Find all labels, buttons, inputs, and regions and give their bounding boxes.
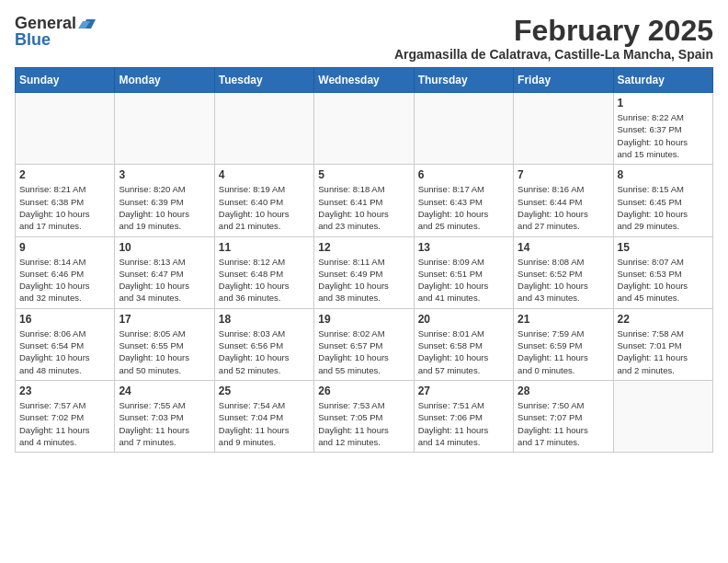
day-info: Sunrise: 7:59 AM Sunset: 6:59 PM Dayligh… <box>518 327 609 376</box>
day-number: 11 <box>219 241 310 254</box>
day-number: 17 <box>119 313 210 326</box>
calendar-day-cell: 17Sunrise: 8:05 AM Sunset: 6:55 PM Dayli… <box>115 308 214 380</box>
calendar-table: SundayMondayTuesdayWednesdayThursdayFrid… <box>15 67 713 453</box>
calendar-day-cell: 10Sunrise: 8:13 AM Sunset: 6:47 PM Dayli… <box>115 236 214 308</box>
calendar-day-cell: 9Sunrise: 8:14 AM Sunset: 6:46 PM Daylig… <box>16 236 115 308</box>
day-number: 23 <box>19 385 110 397</box>
calendar-day-cell: 3Sunrise: 8:20 AM Sunset: 6:39 PM Daylig… <box>115 165 214 236</box>
weekday-header: Saturday <box>613 68 712 93</box>
day-info: Sunrise: 7:53 AM Sunset: 7:05 PM Dayligh… <box>318 399 409 448</box>
day-number: 8 <box>618 168 709 181</box>
calendar-day-cell: 6Sunrise: 8:17 AM Sunset: 6:43 PM Daylig… <box>414 165 513 236</box>
day-info: Sunrise: 8:05 AM Sunset: 6:55 PM Dayligh… <box>119 327 210 376</box>
day-info: Sunrise: 8:11 AM Sunset: 6:49 PM Dayligh… <box>318 256 409 304</box>
calendar-day-cell: 8Sunrise: 8:15 AM Sunset: 6:45 PM Daylig… <box>613 165 712 236</box>
calendar-day-cell: 5Sunrise: 8:18 AM Sunset: 6:41 PM Daylig… <box>314 165 414 236</box>
calendar-week-row: 2Sunrise: 8:21 AM Sunset: 6:38 PM Daylig… <box>16 165 713 236</box>
calendar-day-cell: 22Sunrise: 7:58 AM Sunset: 7:01 PM Dayli… <box>613 308 712 380</box>
day-number: 28 <box>518 385 609 397</box>
day-number: 15 <box>618 241 709 254</box>
calendar-day-cell: 20Sunrise: 8:01 AM Sunset: 6:58 PM Dayli… <box>414 308 513 380</box>
calendar-day-cell: 21Sunrise: 7:59 AM Sunset: 6:59 PM Dayli… <box>514 308 613 380</box>
logo-general-text: General <box>15 15 76 31</box>
calendar-week-row: 1Sunrise: 8:22 AM Sunset: 6:37 PM Daylig… <box>16 93 713 165</box>
day-number: 5 <box>318 168 409 181</box>
day-number: 9 <box>19 241 110 254</box>
day-info: Sunrise: 8:22 AM Sunset: 6:37 PM Dayligh… <box>618 111 709 160</box>
calendar-day-cell: 15Sunrise: 8:07 AM Sunset: 6:53 PM Dayli… <box>613 236 712 308</box>
logo: General Blue <box>15 15 97 48</box>
day-info: Sunrise: 8:14 AM Sunset: 6:46 PM Dayligh… <box>19 256 110 304</box>
day-info: Sunrise: 7:57 AM Sunset: 7:02 PM Dayligh… <box>19 399 110 448</box>
calendar-header-row: SundayMondayTuesdayWednesdayThursdayFrid… <box>16 68 713 93</box>
day-number: 6 <box>418 168 509 181</box>
day-number: 7 <box>518 168 609 181</box>
day-info: Sunrise: 8:02 AM Sunset: 6:57 PM Dayligh… <box>318 327 409 376</box>
calendar-day-cell: 16Sunrise: 8:06 AM Sunset: 6:54 PM Dayli… <box>16 308 115 380</box>
calendar-day-cell: 2Sunrise: 8:21 AM Sunset: 6:38 PM Daylig… <box>16 165 115 236</box>
weekday-header: Thursday <box>414 68 513 93</box>
day-number: 16 <box>19 313 110 326</box>
calendar-day-cell <box>115 93 214 165</box>
day-info: Sunrise: 8:21 AM Sunset: 6:38 PM Dayligh… <box>19 183 110 232</box>
day-number: 1 <box>618 97 709 109</box>
calendar-day-cell: 26Sunrise: 7:53 AM Sunset: 7:05 PM Dayli… <box>314 380 414 452</box>
calendar-week-row: 16Sunrise: 8:06 AM Sunset: 6:54 PM Dayli… <box>16 308 713 380</box>
calendar-day-cell: 7Sunrise: 8:16 AM Sunset: 6:44 PM Daylig… <box>514 165 613 236</box>
day-number: 27 <box>418 385 509 397</box>
day-info: Sunrise: 8:19 AM Sunset: 6:40 PM Dayligh… <box>219 183 310 232</box>
day-number: 22 <box>618 313 709 326</box>
logo-icon <box>78 16 97 30</box>
day-number: 19 <box>318 313 409 326</box>
day-number: 24 <box>119 385 210 397</box>
day-info: Sunrise: 7:50 AM Sunset: 7:07 PM Dayligh… <box>518 399 609 448</box>
weekday-header: Sunday <box>16 68 115 93</box>
calendar-day-cell: 14Sunrise: 8:08 AM Sunset: 6:52 PM Dayli… <box>514 236 613 308</box>
subtitle: Argamasilla de Calatrava, Castille-La Ma… <box>394 47 713 62</box>
day-info: Sunrise: 8:13 AM Sunset: 6:47 PM Dayligh… <box>119 256 210 304</box>
day-number: 13 <box>418 241 509 254</box>
day-info: Sunrise: 8:12 AM Sunset: 6:48 PM Dayligh… <box>219 256 310 304</box>
day-info: Sunrise: 8:20 AM Sunset: 6:39 PM Dayligh… <box>119 183 210 232</box>
day-info: Sunrise: 8:07 AM Sunset: 6:53 PM Dayligh… <box>618 256 709 304</box>
day-info: Sunrise: 8:09 AM Sunset: 6:51 PM Dayligh… <box>418 256 509 304</box>
day-info: Sunrise: 7:54 AM Sunset: 7:04 PM Dayligh… <box>219 399 310 448</box>
day-number: 12 <box>318 241 409 254</box>
calendar-day-cell: 11Sunrise: 8:12 AM Sunset: 6:48 PM Dayli… <box>214 236 313 308</box>
day-number: 4 <box>219 168 310 181</box>
calendar-day-cell: 18Sunrise: 8:03 AM Sunset: 6:56 PM Dayli… <box>214 308 313 380</box>
day-number: 2 <box>19 168 110 181</box>
day-info: Sunrise: 8:03 AM Sunset: 6:56 PM Dayligh… <box>219 327 310 376</box>
day-info: Sunrise: 8:16 AM Sunset: 6:44 PM Dayligh… <box>518 183 609 232</box>
day-number: 18 <box>219 313 310 326</box>
day-info: Sunrise: 8:15 AM Sunset: 6:45 PM Dayligh… <box>618 183 709 232</box>
calendar-day-cell <box>314 93 414 165</box>
day-info: Sunrise: 7:51 AM Sunset: 7:06 PM Dayligh… <box>418 399 509 448</box>
day-info: Sunrise: 7:55 AM Sunset: 7:03 PM Dayligh… <box>119 399 210 448</box>
day-info: Sunrise: 8:01 AM Sunset: 6:58 PM Dayligh… <box>418 327 509 376</box>
calendar-day-cell <box>613 380 712 452</box>
weekday-header: Tuesday <box>214 68 313 93</box>
day-number: 14 <box>518 241 609 254</box>
day-number: 26 <box>318 385 409 397</box>
day-number: 21 <box>518 313 609 326</box>
calendar-day-cell: 1Sunrise: 8:22 AM Sunset: 6:37 PM Daylig… <box>613 93 712 165</box>
calendar-week-row: 9Sunrise: 8:14 AM Sunset: 6:46 PM Daylig… <box>16 236 713 308</box>
calendar-day-cell <box>514 93 613 165</box>
day-number: 25 <box>219 385 310 397</box>
page-header: General Blue February 2025 Argamasilla d… <box>15 15 713 62</box>
calendar-day-cell: 13Sunrise: 8:09 AM Sunset: 6:51 PM Dayli… <box>414 236 513 308</box>
calendar-day-cell: 25Sunrise: 7:54 AM Sunset: 7:04 PM Dayli… <box>214 380 313 452</box>
day-number: 10 <box>119 241 210 254</box>
day-info: Sunrise: 7:58 AM Sunset: 7:01 PM Dayligh… <box>618 327 709 376</box>
calendar-day-cell <box>214 93 313 165</box>
calendar-week-row: 23Sunrise: 7:57 AM Sunset: 7:02 PM Dayli… <box>16 380 713 452</box>
day-number: 20 <box>418 313 509 326</box>
calendar-day-cell: 28Sunrise: 7:50 AM Sunset: 7:07 PM Dayli… <box>514 380 613 452</box>
day-number: 3 <box>119 168 210 181</box>
calendar-day-cell <box>16 93 115 165</box>
main-title: February 2025 <box>394 15 713 47</box>
day-info: Sunrise: 8:17 AM Sunset: 6:43 PM Dayligh… <box>418 183 509 232</box>
calendar-day-cell: 19Sunrise: 8:02 AM Sunset: 6:57 PM Dayli… <box>314 308 414 380</box>
day-info: Sunrise: 8:18 AM Sunset: 6:41 PM Dayligh… <box>318 183 409 232</box>
